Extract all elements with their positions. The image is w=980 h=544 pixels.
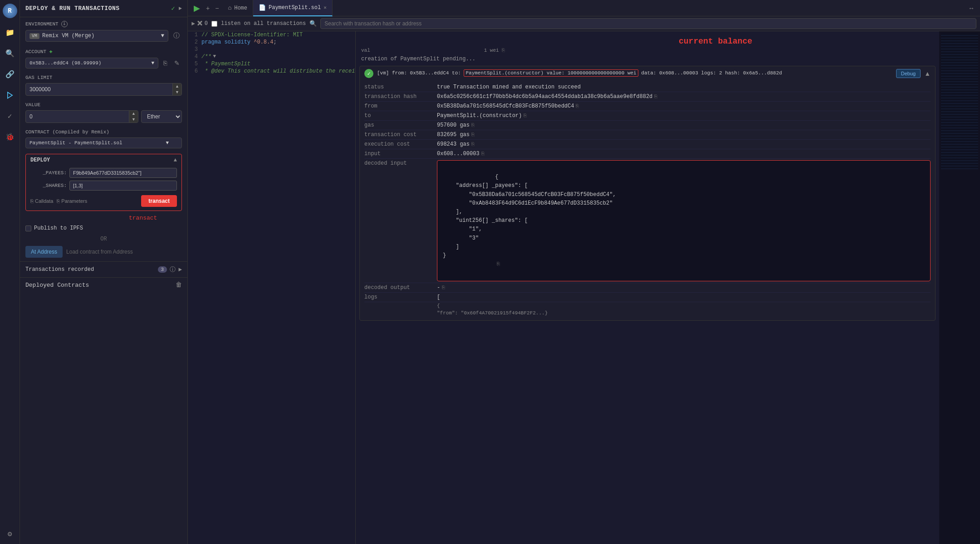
arrow-right-icon[interactable]: ► [179, 5, 182, 12]
value-down-btn[interactable]: ▼ [129, 117, 138, 123]
val-logs: [ [437, 294, 440, 300]
rail-icon-git[interactable]: 🔗 [4, 68, 16, 81]
key-exec-cost: execution cost [364, 141, 437, 147]
value-up-btn[interactable]: ▲ [129, 111, 138, 117]
clear-icon[interactable]: 🗙 [197, 20, 203, 27]
gas-stepper: ▲ ▼ [172, 83, 181, 95]
key-from: from [364, 103, 437, 109]
transact-button[interactable]: transact [141, 195, 177, 207]
copy-account-btn[interactable]: ⎘ [161, 59, 169, 68]
tx-row-to: to PaymentSplit.(constructor) ⎘ [364, 111, 931, 121]
gas-limit-input[interactable] [26, 84, 172, 95]
close-tab-icon[interactable]: ✕ [323, 5, 327, 10]
environment-dropdown[interactable]: VMRemix VM (Merge) ▼ [25, 30, 168, 42]
content-area: 1 // SPDX-License-Identifier: MIT 2 prag… [188, 31, 980, 544]
env-info-btn[interactable]: ⓘ [171, 31, 182, 41]
publish-checkbox[interactable] [25, 225, 31, 231]
calldata-btn[interactable]: ⎘ Calldata [30, 198, 53, 204]
collapse-icon[interactable]: ▼ [213, 54, 216, 59]
current-balance-label: current balance [356, 35, 939, 47]
deploy-actions: ⎘ Calldata ⎘ Parameters transact [30, 193, 177, 207]
rail-icon-files[interactable]: 📁 [4, 26, 16, 39]
unit-select[interactable]: Wei Gwei Ether Finney [141, 110, 182, 123]
copy-to-icon[interactable]: ⎘ [524, 113, 527, 118]
gas-up-btn[interactable]: ▲ [173, 83, 181, 89]
copy-decoded-icon[interactable]: ⎘ [497, 261, 500, 267]
line-num-4: 4 [188, 54, 201, 60]
copy-decoded-output-icon[interactable]: ⎘ [442, 285, 445, 290]
rail-icon-debug[interactable]: 🐞 [4, 131, 16, 143]
zoom-in-btn[interactable]: + [204, 4, 211, 13]
copy-from-icon[interactable]: ⎘ [576, 103, 579, 109]
calldata-label: Calldata [35, 198, 53, 204]
back-icon[interactable]: ► [191, 20, 195, 27]
debug-btn[interactable]: Debug [896, 69, 921, 78]
tab-bar: ⌂ Home 📄 PaymentSplit.sol ✕ [222, 0, 965, 16]
vm-badge: VM [29, 33, 39, 39]
trash-icon[interactable]: 🗑 [176, 281, 182, 289]
tx-expand-btn[interactable]: ▲ [924, 70, 931, 77]
tx-row-decoded-output: decoded output - ⎘ [364, 283, 931, 293]
tx-row-status: status true Transaction mined and execut… [364, 83, 931, 92]
zoom-out-btn[interactable]: − [213, 4, 220, 13]
copy-txcost-icon[interactable]: ⎘ [471, 132, 475, 137]
tab-file[interactable]: 📄 PaymentSplit.sol ✕ [253, 0, 333, 16]
listen-checkbox[interactable] [211, 21, 217, 27]
shares-input[interactable] [69, 181, 177, 191]
key-tx-cost: transaction cost [364, 132, 437, 138]
parameters-btn[interactable]: ⎘ Parameters [57, 198, 87, 204]
transactions-row[interactable]: Transactions recorded 3 ⓘ ► [20, 261, 187, 277]
val-hash: 0x6a5c0256c661c1f70bb5b4dc6b5a94aac64554… [437, 93, 652, 100]
key-input: input [364, 151, 437, 157]
tx-detail-table: status true Transaction mined and execut… [360, 81, 935, 320]
or-divider: OR [20, 234, 187, 244]
account-dropdown[interactable]: 0x5B3...eddC4 (98.99999) ▼ [25, 58, 158, 69]
copy-hash-icon[interactable]: ⎘ [654, 94, 657, 99]
val-gas: 957600 gas [437, 122, 470, 128]
edit-account-btn[interactable]: ✎ [172, 59, 182, 68]
logs-from: "from": "0x60f4A70021915f494BF2F2...} [364, 309, 931, 317]
rail-icon-settings[interactable]: ⚙ [4, 528, 16, 540]
val-exec-cost: 698243 gas [437, 141, 470, 147]
transact-annotation: transact [20, 214, 187, 222]
tx-expand-icon[interactable]: ► [178, 266, 182, 273]
deployed-title: Deployed Contracts [25, 282, 173, 289]
tx-info-icon[interactable]: ⓘ [170, 265, 176, 274]
value-input[interactable] [26, 111, 129, 122]
logs-sub: { [364, 302, 931, 309]
contract-dropdown[interactable]: PaymentSplit - PaymentSplit.sol ▼ [25, 137, 182, 148]
deploy-collapse-icon[interactable]: ▲ [174, 157, 177, 163]
at-address-btn[interactable]: At Address [25, 246, 63, 258]
gas-row: ▲ ▼ [20, 82, 187, 98]
rail-icon-check[interactable]: ✓ [4, 110, 16, 123]
search-icon[interactable]: 🔍 [309, 20, 317, 27]
search-input[interactable] [320, 18, 976, 29]
line-num-5: 5 [188, 61, 201, 67]
run-button[interactable]: ▶ [191, 3, 202, 14]
gas-down-btn[interactable]: ▼ [173, 89, 181, 95]
tx-rest: data: 0x608...00003 logs: 2 hash: 0x6a5.… [641, 70, 782, 76]
rail-icon-search[interactable]: 🔍 [4, 47, 16, 60]
account-plus-icon[interactable]: ✚ [49, 48, 52, 55]
copy-gas-icon[interactable]: ⎘ [471, 123, 475, 128]
key-decoded-output: decoded output [364, 284, 437, 291]
copy-execcost-icon[interactable]: ⎘ [471, 142, 475, 147]
tx-row-exec-cost: execution cost 698243 gas ⎘ [364, 140, 931, 149]
transactions-badge: 3 [158, 266, 167, 273]
copy-input-icon[interactable]: ⎘ [481, 151, 485, 157]
val-status: true Transaction mined and execution suc… [437, 84, 581, 90]
val-decoded-output: - [437, 284, 440, 291]
environment-row: VMRemix VM (Merge) ▼ ⓘ [20, 29, 187, 44]
shares-label: _SHARES: [30, 183, 67, 188]
info-icon[interactable]: i [61, 21, 68, 27]
val-to: PaymentSplit.(constructor) [437, 113, 522, 119]
tx-logs: current balance val 1 wei ⎘ creation of … [356, 31, 939, 544]
load-contract-btn[interactable]: Load contract from Address [66, 249, 182, 255]
expand-btn[interactable]: ↔ [966, 4, 976, 13]
rail-icon-deploy[interactable] [4, 89, 16, 102]
shares-param-row: _SHARES: [30, 181, 177, 191]
deploy-title: DEPLOY [30, 157, 50, 163]
clear-area: ► 🗙 0 [191, 20, 208, 27]
tab-home[interactable]: ⌂ Home [222, 0, 253, 16]
payees-input[interactable] [69, 168, 177, 178]
